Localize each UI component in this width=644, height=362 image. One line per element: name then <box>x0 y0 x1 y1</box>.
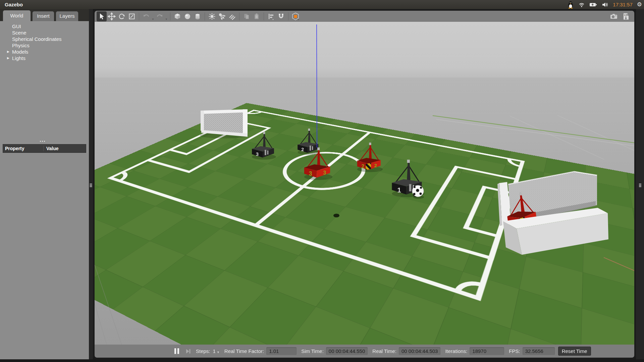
tree-item-label: Models <box>12 49 28 55</box>
real-time-label: Real Time: <box>372 348 396 354</box>
left-panel: World Insert Layers GUI Scene Spherical … <box>0 9 89 359</box>
tab-layers[interactable]: Layers <box>56 11 78 21</box>
simulation-status-bar: Steps: 1 ▼ Real Time Factor: 1.01 Sim Ti… <box>95 345 634 358</box>
tab-insert[interactable]: Insert <box>32 11 54 21</box>
tree-item-physics[interactable]: Physics <box>0 42 89 49</box>
fps-value: 32.5656 <box>523 347 555 355</box>
point-light-button[interactable] <box>207 11 217 21</box>
desktop: Gazebo <box>0 0 644 362</box>
value-column-header[interactable]: Value <box>43 146 59 151</box>
expand-arrow-icon[interactable]: ▶ <box>7 49 9 55</box>
sim-time-label: Sim Time: <box>301 348 324 354</box>
insert-box-button[interactable] <box>172 11 182 21</box>
real-time-value: 00 00:04:44.503 <box>399 347 440 355</box>
tree-item-scene[interactable]: Scene <box>0 29 89 36</box>
tree-item-gui[interactable]: GUI <box>0 23 89 29</box>
soccer-field-plane <box>95 103 634 345</box>
system-tray: 17:31:57 ⚙ <box>567 0 642 9</box>
window-title: Gazebo <box>5 2 23 7</box>
world-tree: GUI Scene Spherical Coordinates Physics … <box>0 23 89 61</box>
wifi-icon[interactable] <box>578 1 585 8</box>
property-table-header: Property Value <box>3 144 86 153</box>
steps-spinner-caret[interactable]: ▼ <box>217 351 220 354</box>
copy-button[interactable] <box>241 11 252 21</box>
paste-button[interactable] <box>252 11 262 21</box>
right-splitter[interactable] <box>636 9 644 359</box>
tree-item-lights[interactable]: ▶ Lights <box>0 55 89 61</box>
steps-value[interactable]: 1 <box>213 348 216 354</box>
steps-label: Steps: <box>196 348 210 354</box>
redo-button[interactable] <box>155 11 165 21</box>
render-viewport-3d[interactable]: 3233221 <box>95 22 634 345</box>
rtf-label: Real Time Factor: <box>224 348 264 354</box>
tree-item-models[interactable]: ▶ Models <box>0 49 89 55</box>
pause-button[interactable] <box>174 348 179 354</box>
property-table-body <box>0 153 89 359</box>
linux-tux-icon[interactable] <box>567 1 574 9</box>
screenshot-camera-button[interactable] <box>609 11 619 21</box>
clock[interactable]: 17:31:57 <box>613 2 632 7</box>
spot-light-button[interactable] <box>217 11 227 21</box>
step-button[interactable] <box>185 348 191 354</box>
reset-time-button[interactable]: Reset Time <box>558 347 591 356</box>
render-toolbar: ▼ ▼ <box>95 11 634 22</box>
log-label: LOG <box>624 14 629 16</box>
world-panel-body: GUI Scene Spherical Coordinates Physics … <box>0 21 89 359</box>
insert-sphere-button[interactable] <box>182 11 193 21</box>
battery-icon[interactable] <box>589 2 597 8</box>
world-y-axis-line <box>433 116 634 144</box>
tab-world[interactable]: World <box>3 10 31 21</box>
expand-arrow-icon[interactable]: ▶ <box>7 55 9 61</box>
translate-tool-button[interactable] <box>107 11 117 21</box>
insert-cylinder-button[interactable] <box>193 11 203 21</box>
data-logger-button[interactable]: LOG <box>621 11 631 21</box>
directional-light-button[interactable] <box>227 11 237 21</box>
align-tool-button[interactable] <box>266 11 276 21</box>
sidebar-splitter[interactable] <box>89 9 93 359</box>
iterations-value: 18970 <box>470 347 504 355</box>
panel-tab-bar: World Insert Layers <box>0 9 89 21</box>
rtf-value: 1.01 <box>266 347 297 355</box>
tree-item-label: Lights <box>12 55 25 61</box>
tree-item-spherical-coordinates[interactable]: Spherical Coordinates <box>0 36 89 42</box>
gear-icon[interactable]: ⚙ <box>637 0 642 9</box>
undo-button[interactable] <box>141 11 151 21</box>
splitter-handle[interactable] <box>40 141 47 143</box>
sim-time-value: 00 00:04:44.550 <box>326 347 368 355</box>
undo-history-caret[interactable]: ▼ <box>151 12 155 21</box>
property-column-header[interactable]: Property <box>5 146 43 151</box>
fps-label: FPS: <box>509 348 520 354</box>
top-panel: Gazebo <box>0 0 644 9</box>
iterations-label: Iterations: <box>445 348 467 354</box>
volume-icon[interactable] <box>602 2 608 8</box>
scale-tool-button[interactable] <box>127 11 137 21</box>
redo-history-caret[interactable]: ▼ <box>165 12 168 21</box>
select-tool-button[interactable] <box>97 11 107 21</box>
snap-tool-button[interactable] <box>276 11 286 21</box>
rotate-tool-button[interactable] <box>117 11 127 21</box>
view-angle-button[interactable] <box>290 11 301 21</box>
viewport-frame: ▼ ▼ <box>93 9 636 359</box>
